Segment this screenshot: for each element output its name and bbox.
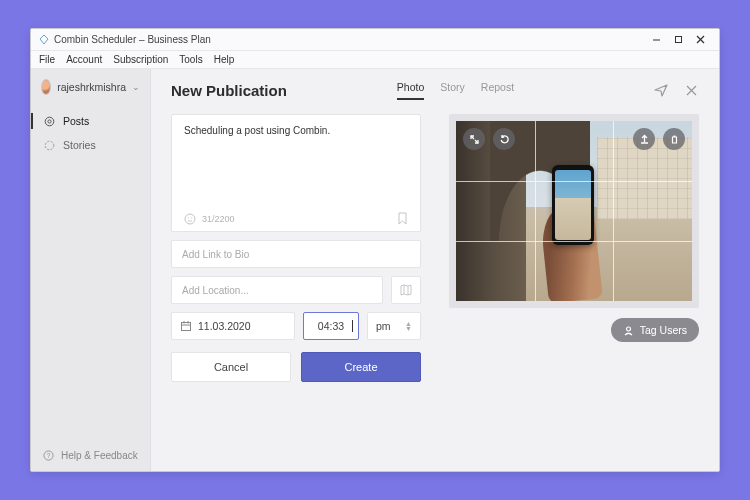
svg-point-11 bbox=[185, 214, 195, 224]
link-placeholder: Add Link to Bio bbox=[182, 249, 249, 260]
svg-point-6 bbox=[45, 141, 54, 150]
svg-rect-14 bbox=[182, 323, 191, 331]
menu-help[interactable]: Help bbox=[214, 54, 235, 65]
sidebar: rajeshrkmishra ⌄ Posts Stories ? Help & … bbox=[31, 69, 151, 471]
tag-users-button[interactable]: Tag Users bbox=[611, 318, 699, 342]
app-logo-icon bbox=[39, 35, 49, 45]
time-input[interactable]: 04:33 bbox=[303, 312, 359, 340]
cancel-button[interactable]: Cancel bbox=[171, 352, 291, 382]
char-count: 31/2200 bbox=[202, 214, 235, 224]
emoji-icon[interactable] bbox=[184, 213, 196, 225]
map-icon bbox=[399, 283, 413, 297]
svg-point-4 bbox=[45, 117, 54, 126]
sidebar-item-stories[interactable]: Stories bbox=[31, 133, 150, 157]
menubar: File Account Subscription Tools Help bbox=[31, 51, 719, 69]
location-input[interactable]: Add Location... bbox=[171, 276, 383, 304]
caption-box[interactable]: Scheduling a post using Combin. 31/2200 bbox=[171, 114, 421, 232]
window-title: Combin Scheduler – Business Plan bbox=[54, 34, 211, 45]
help-icon: ? bbox=[43, 450, 54, 461]
delete-icon[interactable] bbox=[663, 128, 685, 150]
grid-icon bbox=[43, 115, 55, 127]
tag-users-label: Tag Users bbox=[640, 324, 687, 336]
svg-point-12 bbox=[188, 217, 189, 218]
svg-point-5 bbox=[47, 119, 50, 122]
menu-account[interactable]: Account bbox=[66, 54, 102, 65]
date-value: 11.03.2020 bbox=[198, 320, 251, 332]
location-placeholder: Add Location... bbox=[182, 285, 249, 296]
ampm-value: pm bbox=[376, 320, 391, 332]
menu-file[interactable]: File bbox=[39, 54, 55, 65]
form-column: Scheduling a post using Combin. 31/2200 … bbox=[171, 114, 421, 455]
close-button[interactable] bbox=[689, 32, 711, 48]
tab-photo[interactable]: Photo bbox=[397, 81, 424, 100]
help-feedback[interactable]: ? Help & Feedback bbox=[31, 440, 150, 471]
chevron-down-icon: ⌄ bbox=[132, 82, 140, 92]
titlebar: Combin Scheduler – Business Plan bbox=[31, 29, 719, 51]
publication-tabs: Photo Story Repost bbox=[397, 81, 514, 100]
svg-rect-1 bbox=[675, 37, 681, 43]
menu-tools[interactable]: Tools bbox=[179, 54, 202, 65]
minimize-button[interactable] bbox=[645, 32, 667, 48]
sidebar-item-label: Stories bbox=[63, 139, 96, 151]
link-to-bio-input[interactable]: Add Link to Bio bbox=[171, 240, 421, 268]
menu-subscription[interactable]: Subscription bbox=[113, 54, 168, 65]
time-value: 04:33 bbox=[318, 320, 344, 332]
main-panel: New Publication Photo Story Repost Sched… bbox=[151, 69, 719, 471]
close-panel-icon[interactable] bbox=[683, 83, 699, 99]
rotate-icon[interactable] bbox=[493, 128, 515, 150]
avatar bbox=[41, 79, 51, 95]
preview-column: Tag Users bbox=[443, 114, 699, 455]
bookmark-icon[interactable] bbox=[397, 212, 408, 225]
caption-text: Scheduling a post using Combin. bbox=[184, 125, 408, 212]
username: rajeshrkmishra bbox=[57, 81, 126, 93]
stories-icon bbox=[43, 139, 55, 151]
tab-repost[interactable]: Repost bbox=[481, 81, 514, 100]
svg-text:?: ? bbox=[47, 452, 51, 459]
tab-story[interactable]: Story bbox=[440, 81, 465, 100]
calendar-icon bbox=[180, 320, 192, 332]
page-title: New Publication bbox=[171, 82, 287, 99]
app-window: Combin Scheduler – Business Plan File Ac… bbox=[30, 28, 720, 472]
create-button[interactable]: Create bbox=[301, 352, 421, 382]
expand-icon[interactable] bbox=[463, 128, 485, 150]
maximize-button[interactable] bbox=[667, 32, 689, 48]
sidebar-item-posts[interactable]: Posts bbox=[31, 109, 150, 133]
ampm-select[interactable]: pm ▲▼ bbox=[367, 312, 421, 340]
map-pin-button[interactable] bbox=[391, 276, 421, 304]
upload-icon[interactable] bbox=[633, 128, 655, 150]
sidebar-item-label: Posts bbox=[63, 115, 89, 127]
account-switcher[interactable]: rajeshrkmishra ⌄ bbox=[31, 69, 150, 105]
help-label: Help & Feedback bbox=[61, 450, 138, 461]
person-icon bbox=[623, 325, 634, 336]
send-icon[interactable] bbox=[653, 83, 669, 99]
svg-point-13 bbox=[191, 217, 192, 218]
preview-wrap bbox=[449, 114, 699, 308]
svg-point-18 bbox=[626, 327, 630, 331]
date-input[interactable]: 11.03.2020 bbox=[171, 312, 295, 340]
stepper-icon: ▲▼ bbox=[405, 321, 412, 331]
